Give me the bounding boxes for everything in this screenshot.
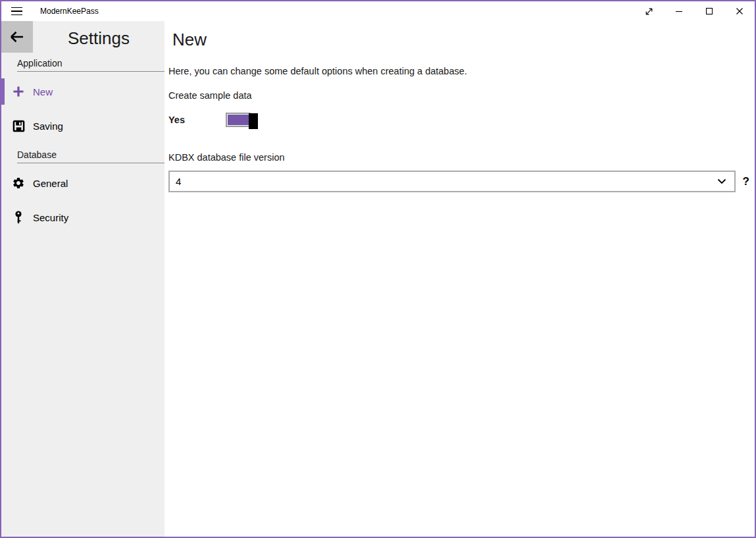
sidebar-header: Settings — [1, 21, 164, 54]
back-button[interactable] — [1, 21, 33, 53]
settings-title: Settings — [33, 21, 164, 54]
combobox-selected-value: 4 — [176, 176, 717, 187]
maximize-icon — [705, 7, 713, 15]
maximize-button[interactable] — [694, 1, 724, 21]
chevron-down-icon — [717, 178, 726, 184]
hamburger-menu-button[interactable] — [1, 1, 32, 21]
section-label-application: Application — [17, 58, 164, 72]
save-icon — [12, 119, 25, 132]
sidebar-item-label: Security — [33, 212, 68, 223]
sidebar-item-general[interactable]: General — [1, 169, 164, 198]
titlebar: ModernKeePass — [1, 1, 755, 21]
section-label-database: Database — [17, 149, 164, 163]
page-description: Here, you can change some default option… — [168, 66, 755, 76]
sidebar-item-saving[interactable]: Saving — [1, 111, 164, 140]
sidebar-item-new[interactable]: New — [1, 77, 164, 106]
hamburger-icon — [11, 7, 22, 16]
toggle-track — [228, 115, 249, 125]
sidebar-item-security[interactable]: Security — [1, 203, 164, 232]
create-sample-data-label: Create sample data — [168, 90, 755, 101]
exit-fullscreen-icon — [645, 7, 653, 16]
settings-page-new: New Here, you can change some default op… — [164, 21, 755, 537]
sidebar-item-label: Saving — [33, 121, 63, 132]
close-icon — [736, 7, 743, 15]
help-question-mark: ? — [743, 175, 749, 188]
minimize-button[interactable] — [664, 1, 694, 21]
window-title: ModernKeePass — [40, 7, 99, 16]
sidebar-item-label: New — [33, 86, 53, 97]
plus-icon — [12, 85, 25, 98]
page-title: New — [172, 30, 755, 50]
kdbx-version-row: 4 ? — [168, 171, 755, 192]
key-icon — [12, 211, 25, 224]
back-arrow-icon — [10, 31, 24, 43]
kdbx-version-label: KDBX database file version — [168, 152, 755, 163]
kdbx-version-combobox[interactable]: 4 — [168, 171, 736, 192]
settings-sidebar: Settings Application New Saving — [1, 21, 164, 537]
minimize-icon — [675, 7, 683, 15]
close-button[interactable] — [724, 1, 755, 21]
create-sample-data-toggle[interactable] — [226, 113, 251, 127]
toggle-state-label: Yes — [168, 115, 226, 125]
toggle-thumb[interactable] — [249, 113, 258, 129]
gear-icon — [12, 176, 25, 190]
sidebar-item-label: General — [33, 178, 68, 189]
app-body: Settings Application New Saving — [1, 21, 755, 537]
create-sample-data-row: Yes — [168, 112, 755, 128]
exit-fullscreen-button[interactable] — [634, 1, 664, 21]
